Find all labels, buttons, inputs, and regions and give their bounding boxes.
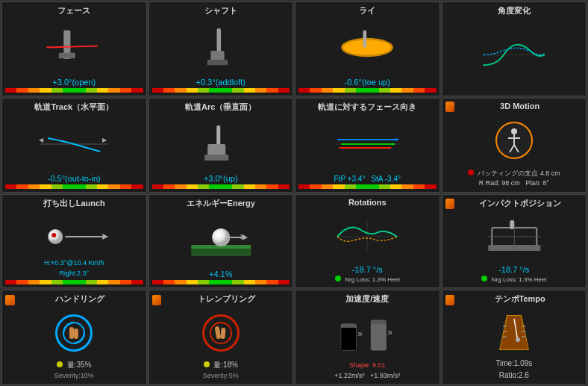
handling-title: ハンドリング bbox=[17, 293, 143, 306]
face-to-path-title: 軌道に対するフェース向き bbox=[298, 102, 437, 114]
tempo-time: Time:1.09s bbox=[495, 359, 532, 367]
face-svg bbox=[12, 27, 136, 68]
rotations-nrg: Nrg Loss: 1.3% Heel bbox=[298, 275, 437, 285]
accel-val2: +1.93m/s² bbox=[370, 372, 400, 379]
shaft-content bbox=[152, 18, 290, 78]
accel-shape: Shape: 9.01 bbox=[349, 361, 386, 369]
svg-text:»: » bbox=[357, 329, 363, 339]
accel-svg: » » bbox=[298, 313, 437, 354]
svg-text:◀: ◀ bbox=[39, 137, 44, 143]
svg-marker-30 bbox=[102, 234, 108, 240]
face-to-path-colorbar bbox=[298, 184, 437, 189]
svg-rect-45 bbox=[69, 327, 74, 339]
face-content bbox=[5, 18, 143, 78]
nrg-text: Nrg Loss: 1.3% Heel bbox=[345, 276, 399, 283]
rotations-title: Rotations bbox=[298, 198, 437, 208]
impact-title: インパクトポジション bbox=[457, 198, 583, 211]
cell-energy: エネルギーEnergy » bbox=[148, 194, 294, 289]
cell-tempo: テンポTempo Time:1.09s Ratio:2.6 bbox=[442, 290, 587, 385]
launch-content bbox=[5, 211, 143, 259]
trembling-title: トレンブリング bbox=[163, 293, 290, 306]
impact-value: -18.7 °/s bbox=[498, 265, 529, 274]
3d-motion-info: バッティングの支点 4.8 cm R Rad: 98 cm Plan: 8° bbox=[445, 169, 584, 189]
rotations-value: -18.7 °/s bbox=[352, 265, 383, 274]
svg-marker-21 bbox=[392, 143, 395, 146]
putting-text: バッティングの支点 4.8 cm bbox=[478, 169, 560, 177]
impact-nrg-dot bbox=[481, 276, 487, 281]
impact-svg bbox=[445, 219, 584, 256]
shaft-title: シャフト bbox=[152, 5, 290, 18]
shaft-value: +0.3°(addloft) bbox=[196, 78, 245, 87]
track-v-value: +3.0°(up) bbox=[204, 174, 238, 183]
launch-h: H:+0.3°@10.4 Km/h bbox=[44, 259, 104, 267]
svg-line-25 bbox=[510, 145, 514, 152]
svg-point-59 bbox=[516, 337, 520, 342]
handling-content bbox=[5, 306, 143, 359]
rad-text: R Rad: 98 cm bbox=[479, 179, 520, 187]
shaft-svg bbox=[159, 27, 283, 68]
svg-line-2 bbox=[47, 46, 98, 48]
trembling-dot bbox=[204, 361, 210, 367]
tempo-svg bbox=[495, 311, 533, 352]
svg-rect-3 bbox=[216, 28, 221, 52]
face-value: +3.0°(open) bbox=[52, 78, 96, 87]
handling-info: 量:35% Severity:10% bbox=[5, 359, 143, 381]
track-h-value: -0.5°(out-to-in) bbox=[48, 174, 101, 183]
face-title: フェース bbox=[5, 5, 143, 18]
svg-rect-41 bbox=[510, 220, 514, 229]
svg-point-33 bbox=[212, 228, 230, 246]
red-dot-putting bbox=[468, 169, 474, 175]
track-v-svg bbox=[152, 123, 290, 164]
lie-content bbox=[298, 18, 437, 78]
tempo-ratio: Ratio:2.6 bbox=[499, 371, 529, 379]
angle-svg bbox=[448, 34, 579, 75]
tempo-icon bbox=[445, 295, 455, 305]
tempo-header: テンポTempo bbox=[445, 293, 584, 306]
svg-point-22 bbox=[511, 128, 517, 134]
cell-lie: ライ -0.6°(toe up) bbox=[295, 1, 440, 96]
track-h-title: 軌道Track（水平面） bbox=[5, 102, 143, 114]
impact-header: インパクトポジション bbox=[445, 198, 584, 211]
plan-text: Plan: 8° bbox=[525, 179, 549, 187]
track-v-title: 軌道Arc（垂直面） bbox=[152, 102, 290, 114]
handling-dot bbox=[57, 361, 63, 367]
trembling-svg bbox=[206, 318, 236, 348]
cell-track-h: 軌道Track（水平面） ◀ ▶ -0.5°(out-to-in) bbox=[1, 98, 147, 193]
trembling-circle bbox=[202, 314, 240, 352]
launch-value: H:+0.3°@10.4 Km/h Right:2.3° bbox=[5, 258, 143, 278]
stick-figure-svg bbox=[501, 127, 528, 154]
tempo-content bbox=[445, 306, 584, 358]
3d-motion-header: 3D Motion bbox=[445, 102, 584, 112]
svg-rect-8 bbox=[363, 31, 367, 48]
svg-rect-5 bbox=[207, 60, 228, 65]
energy-content: » bbox=[152, 211, 290, 270]
impact-nrg: Nrg Loss: 1.3% Heel bbox=[445, 275, 584, 285]
launch-colorbar bbox=[5, 280, 143, 284]
svg-rect-15 bbox=[204, 155, 228, 161]
lie-colorbar bbox=[298, 88, 437, 93]
svg-rect-51 bbox=[341, 328, 356, 350]
trembling-icon bbox=[152, 295, 162, 305]
impact-nrg-text: Nrg Loss: 1.3% Heel bbox=[492, 276, 546, 283]
cell-handling: ハンドリング 量:35% Severity:10% bbox=[1, 290, 147, 385]
lie-value: -0.6°(toe up) bbox=[345, 78, 390, 87]
tempo-title: テンポTempo bbox=[457, 293, 583, 306]
trembling-amount: 量:18% bbox=[213, 361, 238, 369]
svg-rect-48 bbox=[214, 326, 221, 339]
impact-content bbox=[445, 211, 584, 265]
3d-motion-content bbox=[445, 112, 584, 169]
trembling-severity: Severity:5% bbox=[203, 372, 239, 379]
launch-svg bbox=[5, 216, 143, 253]
svg-rect-49 bbox=[220, 327, 225, 338]
handling-severity: Severity:10% bbox=[54, 372, 94, 379]
svg-text:»: » bbox=[387, 327, 392, 337]
track-v-colorbar bbox=[152, 184, 290, 189]
face-to-path-svg bbox=[298, 123, 437, 164]
svg-rect-54 bbox=[371, 324, 386, 350]
sta-value: StA -3.4° bbox=[371, 175, 401, 183]
cell-shaft: シャフト +0.3°(addloft) bbox=[148, 1, 294, 96]
svg-rect-46 bbox=[74, 329, 78, 339]
trembling-header: トレンブリング bbox=[152, 293, 290, 306]
cell-face-to-path: 軌道に対するフェース向き FtP +3.4° StA -3.4° bbox=[295, 98, 440, 193]
svg-line-26 bbox=[514, 145, 519, 152]
